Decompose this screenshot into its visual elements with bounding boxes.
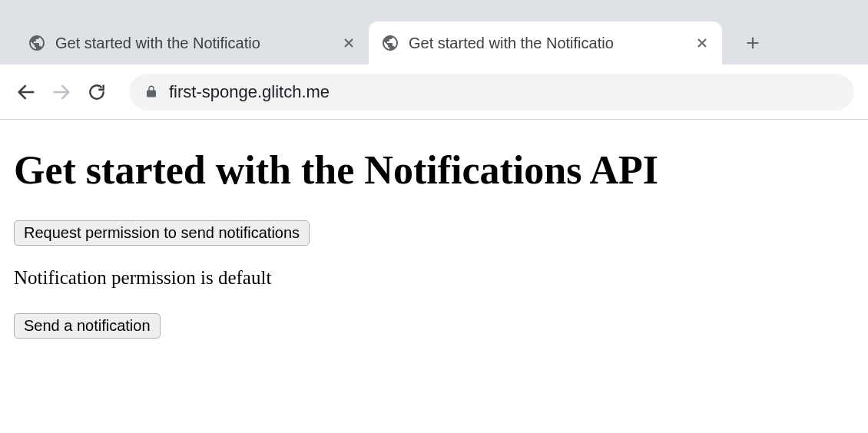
send-notification-button[interactable]: Send a notification	[14, 313, 161, 339]
tab-title: Get started with the Notificatio	[55, 35, 332, 52]
tab-title: Get started with the Notificatio	[409, 35, 685, 52]
close-icon[interactable]	[694, 35, 710, 51]
request-permission-button[interactable]: Request permission to send notifications	[14, 220, 310, 246]
browser-chrome: Get started with the Notificatio Get sta…	[0, 0, 868, 120]
tab-strip: Get started with the Notificatio Get sta…	[0, 0, 868, 64]
forward-button	[49, 80, 74, 104]
address-bar[interactable]: first-sponge.glitch.me	[129, 74, 854, 111]
globe-icon	[28, 34, 46, 52]
page-heading: Get started with the Notifications API	[14, 147, 854, 193]
close-icon[interactable]	[341, 35, 356, 51]
tab-active[interactable]: Get started with the Notificatio	[369, 21, 722, 64]
new-tab-button[interactable]	[734, 25, 771, 61]
back-button[interactable]	[14, 80, 38, 104]
toolbar: first-sponge.glitch.me	[0, 64, 868, 120]
reload-button[interactable]	[84, 80, 109, 104]
page-content: Get started with the Notifications API R…	[0, 120, 868, 354]
address-url: first-sponge.glitch.me	[169, 82, 330, 102]
permission-status-text: Notification permission is default	[14, 267, 854, 289]
globe-icon	[381, 34, 399, 52]
lock-icon	[144, 84, 158, 100]
tab-inactive[interactable]: Get started with the Notificatio	[15, 21, 369, 64]
